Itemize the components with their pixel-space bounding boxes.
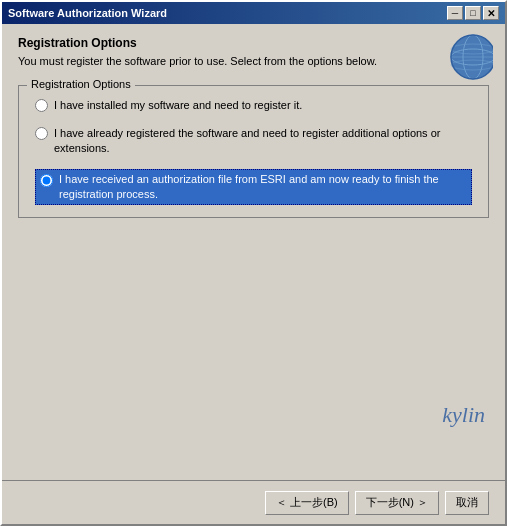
title-controls: ─ □ ✕ bbox=[447, 6, 499, 20]
next-button[interactable]: 下一步(N) ＞ bbox=[355, 491, 439, 515]
radio-input-3[interactable] bbox=[40, 174, 53, 187]
main-window: Software Authorization Wizard ─ □ ✕ bbox=[0, 0, 507, 526]
title-bar: Software Authorization Wizard ─ □ ✕ bbox=[2, 2, 505, 24]
page-description: You must register the software prior to … bbox=[18, 54, 489, 69]
minimize-button[interactable]: ─ bbox=[447, 6, 463, 20]
registration-options-group: Registration Options I have installed my… bbox=[18, 85, 489, 218]
footer: ＜ 上一步(B) 下一步(N) ＞ 取消 bbox=[2, 480, 505, 524]
back-button[interactable]: ＜ 上一步(B) bbox=[265, 491, 349, 515]
radio-option-2[interactable]: I have already registered the software a… bbox=[35, 126, 472, 157]
globe-decoration bbox=[443, 32, 493, 92]
kylin-branding: kylin bbox=[442, 402, 485, 428]
radio-option-1[interactable]: I have installed my software and need to… bbox=[35, 98, 472, 113]
header-section: Registration Options You must register t… bbox=[18, 36, 489, 69]
maximize-button[interactable]: □ bbox=[465, 6, 481, 20]
radio-label-1: I have installed my software and need to… bbox=[54, 98, 302, 113]
radio-input-2[interactable] bbox=[35, 127, 48, 140]
radio-input-1[interactable] bbox=[35, 99, 48, 112]
page-title: Registration Options bbox=[18, 36, 489, 50]
radio-option-3[interactable]: I have received an authorization file fr… bbox=[35, 169, 472, 206]
window-title: Software Authorization Wizard bbox=[8, 7, 167, 19]
close-button[interactable]: ✕ bbox=[483, 6, 499, 20]
group-legend: Registration Options bbox=[27, 78, 135, 90]
content-area: Registration Options You must register t… bbox=[2, 24, 505, 480]
radio-label-3: I have received an authorization file fr… bbox=[59, 172, 467, 203]
cancel-button[interactable]: 取消 bbox=[445, 491, 489, 515]
radio-label-2: I have already registered the software a… bbox=[54, 126, 472, 157]
